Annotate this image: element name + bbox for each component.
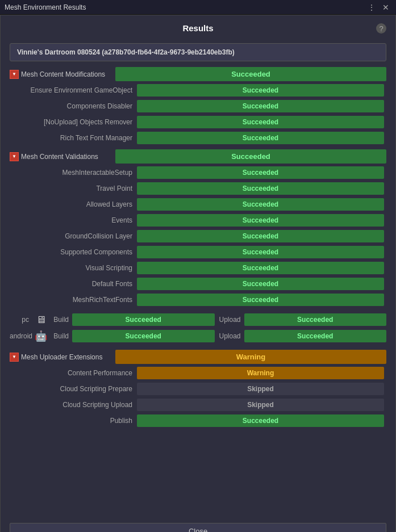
item-status: Succeeded (137, 294, 384, 306)
section-status-modifications: Succeeded (115, 67, 386, 81)
item-status: Succeeded (137, 84, 384, 97)
item-label: Travel Point (10, 181, 135, 196)
upload-status-pc: Succeeded (244, 313, 387, 326)
item-label: Supported Components (10, 244, 135, 260)
item-status: Succeeded (137, 414, 384, 427)
section-label-extensions: Mesh Uploader Extensions (21, 353, 112, 361)
items-table-extensions: Content Performance Warning Cloud Script… (10, 365, 386, 429)
more-options-button[interactable]: ⋮ (365, 3, 378, 12)
build-label-pc: Build (49, 316, 72, 324)
item-label: Allowed Layers (10, 196, 135, 212)
items-table-modifications: Ensure Environment GameObject Succeeded … (10, 82, 386, 146)
item-label: [NoUpload] Objects Remover (10, 114, 135, 130)
title-bar-title: Mesh Environment Results (5, 3, 86, 11)
platform-rows: pc 🖥 Build Succeeded Upload Succeeded an… (10, 310, 386, 346)
section-mesh-uploader-extensions: ▼ Mesh Uploader Extensions Warning Conte… (10, 350, 386, 429)
close-button[interactable]: Close (10, 523, 386, 532)
table-row: Supported Components Succeeded (10, 244, 386, 260)
table-row: Events Succeeded (10, 212, 386, 228)
section-mesh-content-validations: ▼ Mesh Content Validations Succeeded Mes… (10, 149, 386, 346)
pc-icon: 🖥 (32, 314, 49, 326)
title-bar: Mesh Environment Results ⋮ ✕ (0, 0, 396, 15)
platform-label-android: android (10, 332, 32, 340)
results-title: Results (182, 23, 213, 33)
item-status: Succeeded (137, 166, 384, 179)
build-label-android: Build (49, 332, 72, 340)
items-table-validations: MeshInteractableSetup Succeeded Travel P… (10, 165, 386, 308)
results-header: Results ? (1, 15, 395, 39)
item-label: Ensure Environment GameObject (10, 82, 135, 98)
table-row: GroundCollision Layer Succeeded (10, 228, 386, 244)
upload-label-android: Upload (218, 332, 244, 340)
item-label: Publish (10, 413, 135, 429)
upload-label-pc: Upload (218, 316, 244, 324)
section-toggle-extensions[interactable]: ▼ (10, 353, 19, 362)
table-row: Default Fonts Succeeded (10, 276, 386, 292)
title-bar-controls: ⋮ ✕ (365, 3, 391, 12)
item-status: Skipped (137, 399, 384, 411)
section-header-row-modifications: ▼ Mesh Content Modifications Succeeded (10, 67, 386, 81)
results-window: Results ? Vinnie's Dartroom 080524 (a278… (0, 15, 396, 532)
table-row: MeshRichTextFonts Succeeded (10, 292, 386, 308)
table-row: Cloud Scripting Upload Skipped (10, 397, 386, 413)
results-footer: Close (1, 518, 395, 532)
section-mesh-content-modifications: ▼ Mesh Content Modifications Succeeded E… (10, 67, 386, 146)
item-status: Succeeded (137, 198, 384, 211)
platform-row-android: android 🤖 Build Succeeded Upload Succeed… (10, 329, 386, 344)
table-row: Visual Scripting Succeeded (10, 260, 386, 276)
section-left-extensions: ▼ Mesh Uploader Extensions (10, 350, 112, 364)
item-status: Succeeded (137, 262, 384, 274)
table-row: Content Performance Warning (10, 365, 386, 381)
table-row: Rich Text Font Manager Succeeded (10, 130, 386, 146)
section-toggle-validations[interactable]: ▼ (10, 152, 19, 161)
item-status: Succeeded (137, 100, 384, 112)
section-header-row-extensions: ▼ Mesh Uploader Extensions Warning (10, 350, 386, 364)
item-status: Succeeded (137, 116, 384, 128)
results-content: Vinnie's Dartroom 080524 (a278b70d-fb64-… (1, 39, 395, 518)
table-row: MeshInteractableSetup Succeeded (10, 165, 386, 181)
platform-row-pc: pc 🖥 Build Succeeded Upload Succeeded (10, 312, 386, 327)
help-button[interactable]: ? (376, 23, 386, 33)
table-row: [NoUpload] Objects Remover Succeeded (10, 114, 386, 130)
table-row: Cloud Scripting Prepare Skipped (10, 381, 386, 397)
section-left-validations: ▼ Mesh Content Validations (10, 149, 112, 164)
item-status: Succeeded (137, 246, 384, 258)
item-label: Components Disabler (10, 98, 135, 114)
table-row: Components Disabler Succeeded (10, 98, 386, 114)
item-label: MeshRichTextFonts (10, 292, 135, 308)
item-status: Succeeded (137, 182, 384, 195)
item-label: GroundCollision Layer (10, 228, 135, 244)
item-label: Visual Scripting (10, 260, 135, 276)
close-window-button[interactable]: ✕ (380, 3, 391, 12)
item-label: Default Fonts (10, 276, 135, 292)
item-status: Succeeded (137, 214, 384, 227)
section-label-validations: Mesh Content Validations (21, 153, 112, 161)
build-status-android: Succeeded (72, 330, 215, 342)
item-label: Rich Text Font Manager (10, 130, 135, 146)
item-status: Succeeded (137, 132, 384, 144)
item-label: Content Performance (10, 365, 135, 381)
item-status: Skipped (137, 383, 384, 395)
table-row: Ensure Environment GameObject Succeeded (10, 82, 386, 98)
section-toggle-modifications[interactable]: ▼ (10, 70, 19, 79)
toggle-icon-extensions: ▼ (12, 354, 16, 359)
toggle-icon-modifications: ▼ (12, 72, 16, 77)
section-left-modifications: ▼ Mesh Content Modifications (10, 67, 112, 81)
build-status-pc: Succeeded (72, 313, 215, 326)
section-status-validations: Succeeded (115, 149, 386, 164)
room-name: Vinnie's Dartroom 080524 (a278b70d-fb64-… (10, 43, 386, 61)
title-bar-left: Mesh Environment Results (5, 3, 86, 11)
item-label: MeshInteractableSetup (10, 165, 135, 181)
platform-label-pc: pc (10, 316, 32, 324)
section-status-extensions: Warning (115, 350, 386, 364)
upload-status-android: Succeeded (244, 330, 387, 342)
table-row: Publish Succeeded (10, 413, 386, 429)
table-row: Allowed Layers Succeeded (10, 196, 386, 212)
toggle-icon-validations: ▼ (12, 154, 16, 159)
item-label: Cloud Scripting Prepare (10, 381, 135, 397)
section-label-modifications: Mesh Content Modifications (21, 70, 112, 78)
item-status: Succeeded (137, 230, 384, 242)
table-row: Travel Point Succeeded (10, 181, 386, 196)
item-label: Cloud Scripting Upload (10, 397, 135, 413)
section-header-row-validations: ▼ Mesh Content Validations Succeeded (10, 149, 386, 164)
